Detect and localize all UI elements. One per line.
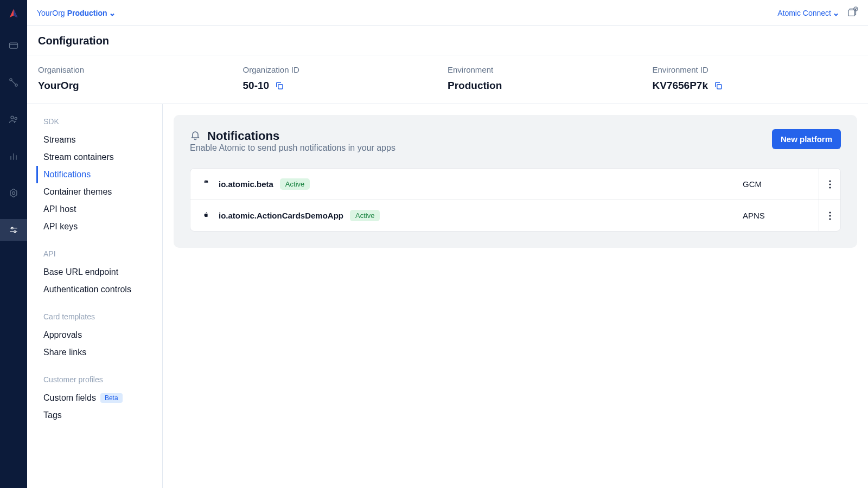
svg-point-25 (829, 187, 831, 188)
new-platform-button[interactable]: New platform (772, 129, 841, 149)
subnav-stream-containers[interactable]: Stream containers (38, 149, 157, 166)
org-value: YourOrg (38, 80, 243, 92)
svg-point-3 (15, 84, 17, 86)
panel-title: Notifications (207, 129, 279, 143)
svg-point-20 (207, 181, 207, 182)
svg-rect-0 (10, 43, 18, 48)
svg-point-4 (11, 116, 14, 119)
status-badge: Active (280, 178, 310, 190)
subnav-container-themes[interactable]: Container themes (38, 183, 157, 201)
platform-type: GCM (743, 179, 819, 189)
rail-users-icon[interactable] (0, 108, 27, 130)
beta-badge: Beta (100, 393, 123, 403)
platform-type: APNS (743, 211, 819, 220)
svg-point-26 (829, 211, 831, 213)
svg-rect-17 (278, 85, 283, 89)
subnav-api-keys[interactable]: API keys (38, 218, 157, 235)
chevron-down-icon (110, 10, 115, 16)
topbar: YourOrg Production Atomic Connect (27, 0, 868, 26)
content-area: Notifications Enable Atomic to send push… (163, 104, 868, 488)
svg-point-2 (10, 79, 12, 81)
subnav-tags[interactable]: Tags (38, 407, 157, 424)
svg-line-22 (207, 180, 207, 181)
orgid-label: Organization ID (243, 65, 448, 74)
svg-point-27 (829, 215, 831, 216)
subnav-heading-sdk: SDK (38, 117, 157, 126)
org-label: Organisation (38, 65, 243, 74)
rail-config-icon[interactable] (0, 219, 27, 241)
subnav-base-url[interactable]: Base URL endpoint (38, 264, 157, 281)
svg-point-14 (14, 231, 16, 233)
subnav-notifications[interactable]: Notifications (36, 166, 157, 183)
subnav-heading-templates: Card templates (38, 312, 157, 321)
svg-line-21 (205, 180, 206, 181)
subnav-approvals[interactable]: Approvals (38, 326, 157, 344)
envid-label: Environment ID (653, 65, 858, 74)
subnav-api-host[interactable]: API host (38, 201, 157, 218)
envid-value: KV7656P7k (653, 80, 708, 92)
svg-point-12 (11, 227, 13, 229)
panel-subtitle: Enable Atomic to send push notifications… (190, 143, 395, 153)
android-icon (202, 179, 211, 190)
subnav-custom-fields[interactable]: Custom fields Beta (38, 389, 157, 407)
copy-envid-button[interactable] (713, 81, 723, 91)
svg-point-19 (205, 181, 206, 182)
info-strip: Organisation YourOrg Organization ID 50-… (27, 55, 868, 104)
sync-status-icon[interactable] (846, 6, 858, 20)
page-header: Configuration (27, 26, 868, 55)
svg-point-23 (829, 180, 831, 182)
svg-point-24 (829, 183, 831, 185)
platform-row: io.atomic.beta Active GCM (190, 169, 840, 200)
notifications-panel: Notifications Enable Atomic to send push… (174, 115, 857, 248)
env-switcher[interactable]: YourOrg Production (37, 9, 115, 17)
config-subnav: SDK Streams Stream containers Notificati… (27, 104, 163, 488)
svg-rect-15 (848, 10, 855, 16)
svg-marker-9 (10, 189, 17, 197)
status-badge: Active (350, 210, 380, 221)
platform-name: io.atomic.beta (219, 179, 273, 189)
subnav-heading-profiles: Customer profiles (38, 375, 157, 384)
svg-point-10 (12, 192, 15, 195)
subnav-auth-controls[interactable]: Authentication controls (38, 281, 157, 298)
rail-cards-icon[interactable] (0, 35, 27, 56)
icon-rail (0, 0, 27, 488)
svg-point-28 (829, 218, 831, 220)
env-value: Production (448, 80, 653, 92)
svg-rect-18 (717, 85, 722, 89)
subnav-custom-fields-label: Custom fields (43, 393, 96, 403)
chevron-down-icon (833, 10, 839, 16)
platform-name: io.atomic.ActionCardsDemoApp (219, 211, 343, 220)
page-title: Configuration (38, 35, 857, 47)
orgid-value: 50-10 (243, 80, 270, 92)
bell-icon (190, 130, 201, 143)
connect-label: Atomic Connect (777, 9, 831, 17)
platform-menu-button[interactable] (819, 169, 840, 200)
rail-analytics-icon[interactable] (0, 145, 27, 167)
logo-icon (8, 8, 20, 20)
rail-flows-icon[interactable] (0, 72, 27, 93)
platform-row: io.atomic.ActionCardsDemoApp Active APNS (190, 200, 840, 231)
atomic-connect-link[interactable]: Atomic Connect (777, 9, 839, 17)
subnav-streams[interactable]: Streams (38, 131, 157, 149)
svg-point-5 (15, 117, 17, 119)
env-label: Environment (448, 65, 653, 74)
org-name: YourOrg (37, 9, 65, 17)
platform-list: io.atomic.beta Active GCM (190, 168, 841, 232)
copy-orgid-button[interactable] (275, 81, 284, 91)
subnav-heading-api: API (38, 249, 157, 258)
platform-menu-button[interactable] (819, 200, 840, 231)
apple-icon (202, 210, 211, 221)
env-name: Production (67, 9, 107, 17)
subnav-share-links[interactable]: Share links (38, 344, 157, 361)
rail-settings-icon[interactable] (0, 182, 27, 204)
